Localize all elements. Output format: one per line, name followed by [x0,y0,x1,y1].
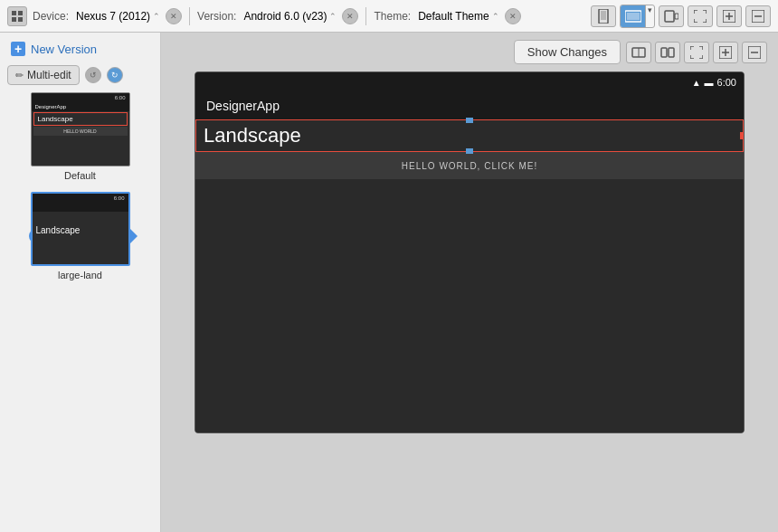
svg-rect-3 [18,17,23,22]
version-label: Version: [197,10,236,23]
svg-rect-7 [627,13,640,20]
landscape-handle-bottom[interactable] [466,148,473,154]
canvas-view-ratio-btn[interactable] [626,42,651,63]
pencil-icon: ✏ [15,70,24,81]
phone-view-btn[interactable] [591,5,616,27]
android-button-bar[interactable]: HELLO WORLD, CLICK ME! [195,152,744,179]
app-bar-title: DesignerApp [206,99,280,113]
svg-rect-18 [669,48,674,57]
android-status-bar: ▲ ▬ 6:00 [195,72,744,92]
main-content: + New Version ✏ Multi-edit ↺ ↻ 6:00 Desi… [0,33,778,532]
preview-status-bar: 6:00 [32,93,129,102]
preview-default-label: Default [64,170,96,181]
canvas-view-icons [626,42,767,63]
preview-hello-text: HELLO WORLD [33,127,128,136]
fullscreen-btn[interactable] [688,5,713,27]
version-cancel-btn[interactable]: ✕ [342,8,358,24]
plus-icon: + [11,42,25,56]
new-version-btn[interactable]: + New Version [7,40,153,58]
multi-edit-progress-btn[interactable]: ↻ [107,67,123,83]
landscape-handle-right[interactable] [740,132,745,139]
canvas-view-add-btn[interactable] [713,42,738,63]
show-changes-btn[interactable]: Show Changes [514,40,621,64]
preview-largeland-label: large-land [58,270,102,280]
new-version-label: New Version [31,43,97,56]
device-selector[interactable]: Nexus 7 (2012) ⌃ [76,10,160,23]
device-value: Nexus 7 (2012) [76,10,150,23]
add-view-btn[interactable] [716,5,742,27]
svg-rect-9 [675,14,678,19]
theme-chevron: ⌃ [492,12,499,21]
canvas-area: Show Changes [161,33,778,532]
wifi-icon: ▲ [692,78,701,88]
svg-rect-5 [601,11,606,20]
preview-card-default[interactable]: 6:00 DesignerApp Landscape HELLO WORLD D… [31,92,130,181]
canvas-view-fullscreen-btn[interactable] [684,42,709,63]
landscape-title: Landscape [204,124,301,147]
multi-edit-label: Multi-edit [27,69,71,81]
landscape-header[interactable]: Landscape [195,119,744,152]
theme-cancel-btn[interactable]: ✕ [505,8,521,24]
device-canvas: ▲ ▬ 6:00 DesignerApp Landscape [161,71,778,532]
version-selector[interactable]: Android 6.0 (v23) ⌃ [243,10,337,23]
selected-arrow [130,229,138,243]
preview-thumbnail-default: 6:00 DesignerApp Landscape HELLO WORLD [31,92,130,166]
device-chevron: ⌃ [153,12,160,21]
tablet-view-btn[interactable] [621,5,646,27]
multi-edit-btn[interactable]: ✏ Multi-edit [7,65,80,85]
multi-edit-row: ✏ Multi-edit ↺ ↻ [7,65,153,85]
version-value: Android 6.0 (v23) [243,10,327,23]
app-icon [7,6,27,26]
svg-rect-17 [661,48,667,57]
svg-rect-1 [18,11,23,15]
canvas-toolbar: Show Changes [161,33,778,71]
android-content-area: Landscape HELLO WORLD, CLICK ME! [195,119,744,432]
theme-value: Default Theme [418,10,489,23]
remove-view-btn[interactable] [745,5,771,27]
preview-cards: 6:00 DesignerApp Landscape HELLO WORLD D… [7,92,153,280]
multi-edit-reset-btn[interactable]: ↺ [85,67,101,83]
preview-thumbnail-largeland: 6:00 Landscape [31,192,130,266]
preview-app-title: DesignerApp [32,102,129,111]
virtual-device-btn[interactable] [659,5,684,27]
preview-ll-status-bar: 6:00 [33,194,128,203]
view-mode-chevron[interactable]: ▾ [646,5,654,27]
preview-card-largeland[interactable]: ✓ 6:00 Landscape large-land [31,192,130,280]
canvas-view-remove-btn[interactable] [742,42,767,63]
status-time: 6:00 [717,77,736,88]
svg-rect-8 [665,11,674,22]
version-chevron: ⌃ [329,12,337,21]
android-app-bar: DesignerApp [195,92,744,119]
canvas-view-split-btn[interactable] [655,42,680,63]
svg-rect-0 [12,11,16,15]
android-body [195,179,744,432]
battery-icon: ▬ [705,78,714,88]
device-label: Device: [33,10,69,23]
separator-2 [365,7,366,25]
right-toolbar-icons: ▾ [591,5,771,28]
device-cancel-btn[interactable]: ✕ [166,8,182,24]
top-toolbar: Device: Nexus 7 (2012) ⌃ ✕ Version: Andr… [0,0,778,33]
landscape-handle-top[interactable] [466,118,473,123]
preview-landscape-text: Landscape [33,112,128,126]
theme-label: Theme: [374,10,411,23]
svg-rect-2 [12,17,16,22]
hello-world-text: HELLO WORLD, CLICK ME! [402,161,537,171]
sidebar: + New Version ✏ Multi-edit ↺ ↻ 6:00 Desi… [0,33,161,532]
android-device: ▲ ▬ 6:00 DesignerApp Landscape [194,71,745,433]
theme-selector[interactable]: Default Theme ⌃ [418,10,499,23]
status-icons: ▲ ▬ 6:00 [692,77,736,88]
view-mode-group: ▾ [620,5,655,28]
separator-1 [189,7,190,25]
